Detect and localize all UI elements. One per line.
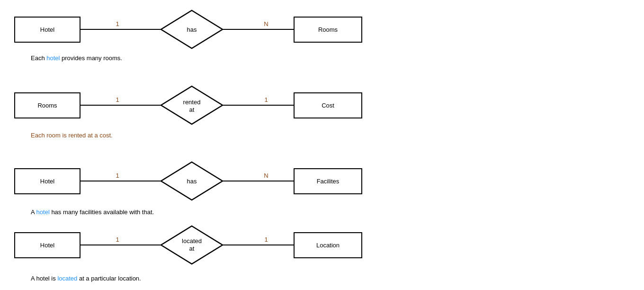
entity-hotel-4-label: Hotel <box>40 242 54 249</box>
entity-hotel-3: Hotel <box>14 168 80 194</box>
entity-cost: Cost <box>294 92 362 118</box>
entity-location: Location <box>294 232 362 258</box>
svg-text:has: has <box>187 178 197 185</box>
entity-rooms-1-label: Rooms <box>318 26 338 33</box>
svg-text:1: 1 <box>264 96 268 103</box>
entity-facilites-label: Facilites <box>317 178 340 185</box>
caption-hotel-location: A hotel is located at a particular locat… <box>31 275 141 282</box>
svg-text:N: N <box>264 20 268 27</box>
svg-text:1: 1 <box>116 172 119 179</box>
svg-text:N: N <box>264 172 268 179</box>
entity-hotel-4: Hotel <box>14 232 80 258</box>
caption-hotel-facilites: A hotel has many facilities available wi… <box>31 208 154 216</box>
entity-rooms-2-label: Rooms <box>37 102 57 109</box>
entity-cost-label: Cost <box>322 102 334 109</box>
svg-text:rented: rented <box>183 99 201 106</box>
entity-facilites: Facilites <box>294 168 362 194</box>
entity-location-label: Location <box>316 242 340 249</box>
entity-rooms-2: Rooms <box>14 92 80 118</box>
caption-hotel-rooms: Each hotel provides many rooms. <box>31 54 122 62</box>
svg-text:1: 1 <box>116 96 119 103</box>
svg-text:at: at <box>189 106 195 113</box>
caption-rooms-cost: Each room is rented at a cost. <box>31 132 113 139</box>
er-diagram-container: has 1 N rented at 1 1 has 1 N located at… <box>0 0 644 290</box>
entity-hotel-1-label: Hotel <box>40 26 54 33</box>
svg-text:1: 1 <box>116 236 119 243</box>
entity-hotel-3-label: Hotel <box>40 178 54 185</box>
svg-text:has: has <box>187 26 197 33</box>
svg-text:1: 1 <box>116 20 119 27</box>
entity-rooms-1: Rooms <box>294 17 362 43</box>
svg-text:located: located <box>182 237 202 245</box>
svg-text:1: 1 <box>264 236 268 243</box>
svg-text:at: at <box>189 245 195 252</box>
entity-hotel-1: Hotel <box>14 17 80 43</box>
